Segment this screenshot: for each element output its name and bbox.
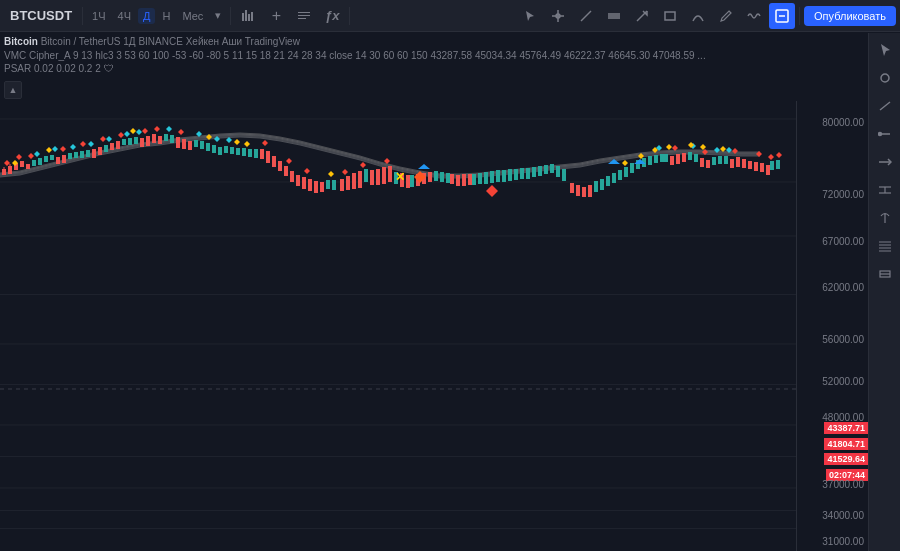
tf-d[interactable]: Д bbox=[138, 8, 155, 24]
svg-rect-36 bbox=[62, 155, 66, 163]
svg-marker-163 bbox=[28, 153, 34, 159]
svg-marker-172 bbox=[286, 158, 292, 164]
svg-marker-173 bbox=[304, 168, 310, 174]
svg-marker-208 bbox=[666, 144, 672, 150]
svg-rect-140 bbox=[562, 169, 566, 181]
svg-point-218 bbox=[881, 74, 889, 82]
indicator-template-btn[interactable] bbox=[291, 3, 317, 29]
trading-pair[interactable]: BTCUSDT bbox=[4, 5, 78, 26]
svg-rect-112 bbox=[230, 147, 234, 154]
cursor-tool[interactable] bbox=[517, 3, 543, 29]
svg-rect-80 bbox=[670, 156, 674, 165]
svg-marker-202 bbox=[234, 139, 240, 145]
svg-rect-115 bbox=[248, 149, 252, 157]
svg-rect-125 bbox=[472, 174, 476, 185]
svg-rect-65 bbox=[382, 167, 386, 184]
publish-button[interactable]: Опубликовать bbox=[804, 6, 896, 26]
add-indicator-btn[interactable]: + bbox=[263, 3, 289, 29]
measure-btn[interactable] bbox=[872, 261, 898, 287]
svg-rect-84 bbox=[706, 160, 710, 168]
svg-line-219 bbox=[880, 102, 890, 110]
wave-tool[interactable] bbox=[741, 3, 767, 29]
svg-rect-35 bbox=[56, 157, 60, 164]
crosshair-tool[interactable] bbox=[545, 3, 571, 29]
svg-marker-165 bbox=[80, 141, 86, 147]
svg-rect-156 bbox=[712, 157, 716, 165]
price-chart: ✕ bbox=[0, 101, 796, 551]
fib-retr-btn[interactable] bbox=[872, 233, 898, 259]
svg-rect-118 bbox=[332, 180, 336, 190]
separator-1 bbox=[82, 7, 83, 25]
svg-marker-175 bbox=[360, 162, 366, 168]
svg-rect-114 bbox=[242, 148, 246, 156]
svg-rect-107 bbox=[200, 141, 204, 149]
tf-4h[interactable]: 4Ч bbox=[113, 8, 136, 24]
fx-btn[interactable]: ƒx bbox=[319, 3, 345, 29]
svg-rect-45 bbox=[176, 137, 180, 148]
svg-rect-40 bbox=[116, 141, 120, 149]
ray-line-btn[interactable] bbox=[872, 121, 898, 147]
brush-tool[interactable] bbox=[713, 3, 739, 29]
svg-rect-81 bbox=[676, 154, 680, 164]
svg-rect-126 bbox=[478, 173, 482, 184]
rect-tool[interactable] bbox=[657, 3, 683, 29]
svg-marker-169 bbox=[154, 126, 160, 132]
svg-marker-189 bbox=[136, 129, 142, 135]
svg-rect-39 bbox=[110, 143, 114, 150]
svg-rect-130 bbox=[502, 170, 506, 182]
svg-rect-43 bbox=[152, 134, 156, 143]
svg-rect-60 bbox=[346, 176, 350, 190]
tf-m[interactable]: Мес bbox=[177, 8, 208, 24]
svg-rect-94 bbox=[44, 156, 48, 162]
tf-w[interactable]: Н bbox=[157, 8, 175, 24]
svg-rect-46 bbox=[182, 139, 186, 149]
svg-rect-0 bbox=[242, 13, 244, 21]
symbol-full: Bitcoin / TetherUS 1Д BINANCE Хейкен Аши… bbox=[41, 36, 300, 47]
svg-rect-127 bbox=[484, 172, 488, 184]
active-draw-tool[interactable] bbox=[769, 3, 795, 29]
svg-rect-131 bbox=[508, 169, 512, 181]
svg-rect-151 bbox=[654, 155, 658, 163]
svg-rect-58 bbox=[320, 182, 324, 192]
svg-rect-123 bbox=[440, 172, 444, 182]
svg-rect-63 bbox=[370, 170, 374, 185]
svg-rect-61 bbox=[352, 173, 356, 189]
svg-rect-104 bbox=[164, 134, 168, 141]
svg-rect-50 bbox=[272, 156, 276, 167]
svg-marker-167 bbox=[118, 132, 124, 138]
svg-rect-78 bbox=[582, 187, 586, 197]
svg-text:✕: ✕ bbox=[395, 170, 405, 184]
chart-type-btn[interactable] bbox=[235, 3, 261, 29]
arrow-tool[interactable] bbox=[629, 3, 655, 29]
svg-rect-101 bbox=[122, 139, 126, 145]
svg-rect-66 bbox=[388, 166, 392, 182]
svg-rect-103 bbox=[134, 137, 138, 144]
hline-tool[interactable] bbox=[601, 3, 627, 29]
tf-more[interactable]: ▾ bbox=[210, 7, 226, 24]
trend-line-btn[interactable] bbox=[872, 93, 898, 119]
svg-rect-73 bbox=[456, 175, 460, 186]
channel-btn[interactable] bbox=[872, 177, 898, 203]
fib-tool[interactable] bbox=[685, 3, 711, 29]
svg-marker-205 bbox=[622, 160, 628, 166]
svg-rect-3 bbox=[251, 12, 253, 21]
svg-rect-57 bbox=[314, 181, 318, 193]
svg-rect-52 bbox=[284, 166, 288, 176]
collapse-indicators-btn[interactable]: ▲ bbox=[4, 81, 22, 99]
svg-rect-72 bbox=[450, 174, 454, 184]
svg-rect-143 bbox=[606, 176, 610, 186]
tf-1h[interactable]: 1Ч bbox=[87, 8, 110, 24]
svg-rect-96 bbox=[68, 153, 72, 159]
svg-rect-147 bbox=[630, 163, 634, 173]
extended-line-btn[interactable] bbox=[872, 149, 898, 175]
top-toolbar: BTCUSDT 1Ч 4Ч Д Н Мес ▾ + ƒx bbox=[0, 0, 900, 32]
dot-draw-btn[interactable] bbox=[872, 65, 898, 91]
pitchfork-btn[interactable] bbox=[872, 205, 898, 231]
cursor-draw-btn[interactable] bbox=[872, 37, 898, 63]
svg-rect-98 bbox=[80, 151, 84, 158]
line-tool[interactable] bbox=[573, 3, 599, 29]
price-37000: 37000.00 bbox=[822, 479, 864, 490]
svg-rect-119 bbox=[364, 169, 368, 182]
svg-rect-90 bbox=[760, 163, 764, 172]
svg-rect-86 bbox=[736, 157, 740, 167]
